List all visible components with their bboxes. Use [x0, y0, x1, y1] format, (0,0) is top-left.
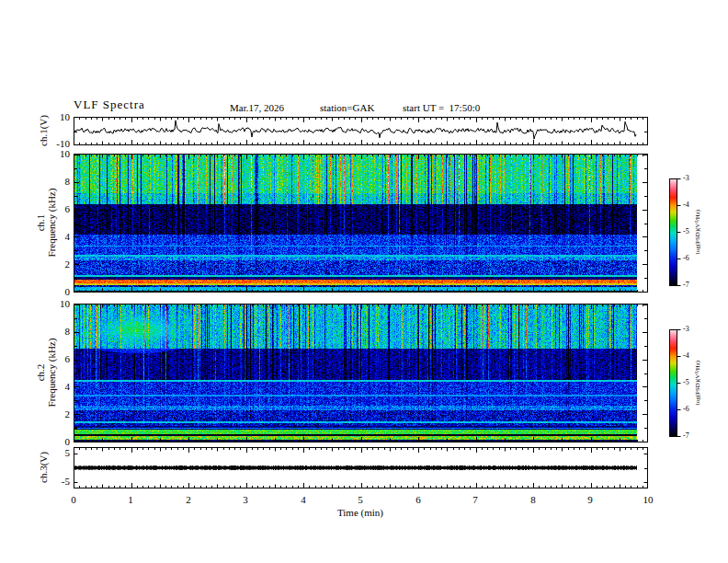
x-tick: 2 [177, 495, 199, 505]
figure-date: Mar.17, 2026 [230, 102, 284, 113]
spec1-ytick: 10 [37, 149, 70, 159]
figure-station: station=GAK [320, 102, 374, 113]
ch3-voltage-panel [74, 447, 648, 488]
cbar2-tick: -3 [683, 326, 689, 333]
spec2-ylabel-line1: ch.2 [35, 313, 46, 432]
x-tick: 7 [464, 495, 486, 505]
cbar2-label: log(PSD)(V²/Hz) [694, 327, 701, 438]
cbar1-tick: -5 [683, 228, 689, 236]
x-axis-label: Time (min) [305, 507, 415, 518]
figure-title: VLF Spectra [74, 99, 145, 110]
x-tick: 3 [234, 495, 256, 505]
cbar1-label: log(PSD)(V²/Hz) [694, 177, 701, 287]
x-tick: 4 [292, 495, 314, 505]
figure-start-ut: start UT = 17:50:0 [403, 102, 480, 113]
spec2-ytick: 10 [37, 299, 70, 309]
cbar1-tick: -7 [683, 282, 689, 289]
x-tick: 0 [63, 495, 85, 505]
spec1-ylabel-line2: Frequency (kHz) [46, 163, 57, 282]
colorbar-ch1 [669, 178, 682, 286]
x-tick: 10 [637, 495, 659, 505]
cbar1-tick: -4 [683, 201, 689, 209]
cbar2-tick: -5 [683, 379, 689, 386]
x-tick: 6 [407, 495, 429, 505]
cbar2-tick: -6 [683, 406, 689, 413]
ch3-ylabel: ch.3(V) [38, 435, 49, 500]
ch1-spectrogram-panel [74, 154, 648, 293]
cbar2-tick: -7 [683, 432, 689, 440]
spec2-ylabel-line2: Frequency (kHz) [46, 313, 57, 432]
x-tick: 1 [119, 495, 142, 505]
cbar2-tick: -4 [683, 352, 689, 360]
spec1-ylabel: ch.1Frequency (kHz) [35, 163, 57, 282]
spec2-ylabel: ch.2Frequency (kHz) [35, 313, 57, 432]
cbar1-tick: -6 [683, 255, 689, 262]
spec1-ylabel-line1: ch.1 [35, 163, 46, 282]
ch1-voltage-panel [74, 117, 648, 145]
spec1-ytick: 0 [37, 287, 70, 297]
cbar1-tick: -3 [683, 175, 689, 182]
x-tick: 8 [522, 495, 544, 505]
ch2-spectrogram-panel [74, 304, 648, 442]
vlf-spectra-figure: VLF Spectra Mar.17, 2026 station=GAK sta… [0, 0, 728, 563]
colorbar-ch2 [669, 329, 682, 437]
x-tick: 9 [579, 495, 601, 505]
x-tick: 5 [349, 495, 371, 505]
